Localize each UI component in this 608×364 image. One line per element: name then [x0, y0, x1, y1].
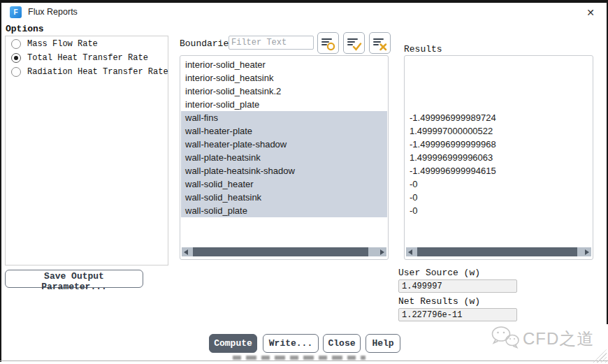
results-label: Results — [404, 44, 442, 54]
scrollbar-thumb[interactable] — [193, 247, 368, 256]
radio-button-icon[interactable] — [11, 39, 21, 49]
wechat-icon — [489, 325, 521, 350]
compute-button[interactable]: Compute — [209, 334, 257, 353]
boundary-list-item[interactable]: wall-heater-plate — [181, 124, 387, 138]
boundary-list-item[interactable]: interior-solid_heatsink — [181, 71, 387, 85]
radio-button-icon[interactable] — [11, 53, 21, 63]
close-icon[interactable]: ✕ — [583, 6, 598, 20]
scroll-right-icon[interactable] — [582, 247, 591, 256]
options-group-label: Options — [6, 24, 44, 34]
options-radio-group: Mass Flow RateTotal Heat Transfer RateRa… — [6, 38, 168, 78]
boundaries-list-items: interior-solid_heaterinterior-solid_heat… — [181, 58, 387, 217]
screenshot-left-edge — [0, 0, 1, 362]
radio-option[interactable]: Total Heat Transfer Rate — [11, 52, 168, 64]
boundary-list-item[interactable]: wall-solid_heatsink — [181, 191, 387, 204]
bottom-divider — [0, 361, 608, 361]
filter-text-input[interactable] — [229, 36, 314, 50]
results-list-items: -1.4999969999897241.499997000000522-1.49… — [405, 111, 592, 217]
boundaries-listbox: interior-solid_heaterinterior-solid_heat… — [180, 55, 389, 260]
list-check-icon — [345, 35, 363, 52]
radio-label: Total Heat Transfer Rate — [27, 53, 148, 63]
scroll-left-icon[interactable] — [406, 247, 415, 256]
boundary-list-item[interactable]: interior-solid_heater — [181, 58, 387, 71]
watermark-text: CFD之道 — [523, 328, 594, 350]
list-cross-icon — [371, 35, 389, 52]
write-button[interactable]: Write... — [263, 334, 319, 353]
radio-button-icon[interactable] — [11, 67, 21, 77]
radio-label: Radiation Heat Transfer Rate — [27, 67, 168, 77]
save-output-parameter-button[interactable]: Save Output Parameter... — [5, 270, 143, 288]
result-value-item[interactable]: -1.499996999989724 — [405, 111, 592, 124]
deselect-all-button[interactable] — [369, 32, 391, 54]
result-value-item[interactable]: -0 — [405, 191, 592, 204]
boundary-list-item[interactable]: wall-solid_heater — [181, 177, 387, 191]
help-button[interactable]: Help — [365, 334, 400, 353]
result-value-item[interactable]: 1.499997000000522 — [405, 124, 592, 138]
radio-label: Mass Flow Rate — [27, 39, 98, 49]
boundaries-horizontal-scrollbar[interactable] — [182, 247, 386, 256]
net-results-label: Net Results (w) — [398, 296, 480, 307]
user-source-field[interactable] — [398, 279, 517, 293]
resize-grip-icon — [591, 349, 607, 363]
boundary-list-item[interactable]: interior-solid_heatsink.2 — [181, 85, 387, 98]
net-results-field[interactable] — [398, 308, 517, 321]
results-horizontal-scrollbar[interactable] — [406, 247, 591, 256]
boundary-list-item[interactable]: wall-solid_plate — [181, 204, 387, 217]
results-listbox: -1.4999969999897241.499997000000522-1.49… — [404, 55, 593, 260]
result-value-item[interactable]: -0 — [405, 204, 592, 217]
boundary-list-item[interactable]: wall-fins — [181, 111, 387, 124]
options-group-box: Mass Flow RateTotal Heat Transfer RateRa… — [5, 36, 168, 265]
result-value-item[interactable]: 1.499996999996063 — [405, 151, 592, 164]
select-matching-button[interactable] — [317, 32, 339, 54]
radio-option[interactable]: Mass Flow Rate — [11, 38, 168, 50]
list-circle-icon — [319, 35, 337, 52]
scroll-left-icon[interactable] — [182, 247, 191, 256]
user-source-label: User Source (w) — [398, 268, 480, 278]
flux-reports-dialog: F Flux Reports ✕ Options Mass Flow RateT… — [0, 0, 608, 364]
result-value-item[interactable]: -1.499996999994615 — [405, 164, 592, 177]
close-button[interactable]: Close — [323, 334, 361, 353]
result-value-item[interactable]: -1.499996999999968 — [405, 138, 592, 151]
select-all-button[interactable] — [343, 32, 365, 54]
boundary-list-item[interactable]: interior-solid_plate — [181, 98, 387, 111]
boundary-list-item[interactable]: wall-plate-heatsink-shadow — [181, 164, 387, 177]
boundary-list-item[interactable]: wall-heater-plate-shadow — [181, 138, 387, 151]
boundaries-label: Boundaries — [180, 38, 234, 49]
background-text-artifact — [233, 356, 365, 360]
scroll-right-icon[interactable] — [377, 247, 386, 256]
radio-option[interactable]: Radiation Heat Transfer Rate — [11, 66, 168, 78]
watermark: CFD之道 — [489, 325, 601, 350]
scrollbar-thumb[interactable] — [417, 247, 577, 256]
app-icon: F — [10, 6, 22, 18]
title-bar: F Flux Reports ✕ — [1, 3, 607, 22]
boundary-list-item[interactable]: wall-plate-heatsink — [181, 151, 387, 164]
result-value-item[interactable]: -0 — [405, 177, 592, 191]
window-title: Flux Reports — [28, 7, 78, 17]
